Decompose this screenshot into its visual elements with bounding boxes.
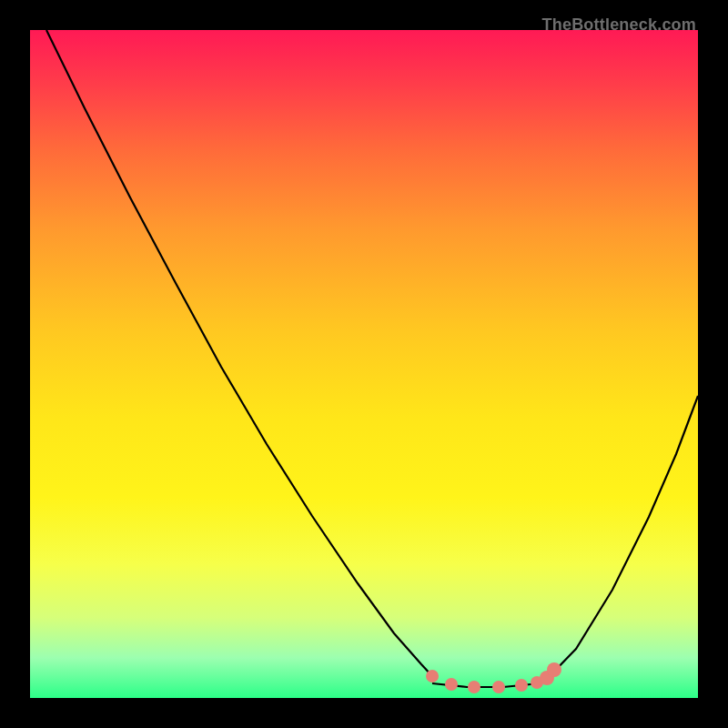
floor-marker [445,678,458,691]
floor-marker [515,679,528,692]
curve-right [549,396,698,677]
floor-marker [492,681,505,693]
curve-svg [30,30,698,698]
curve-left [46,30,432,676]
floor-marker [468,681,480,693]
plot-area: TheBottleneck.com [30,30,698,698]
floor-dots [426,662,561,693]
floor-marker [426,670,439,682]
chart-frame: TheBottleneck.com [15,15,713,713]
floor-marker [547,662,561,677]
